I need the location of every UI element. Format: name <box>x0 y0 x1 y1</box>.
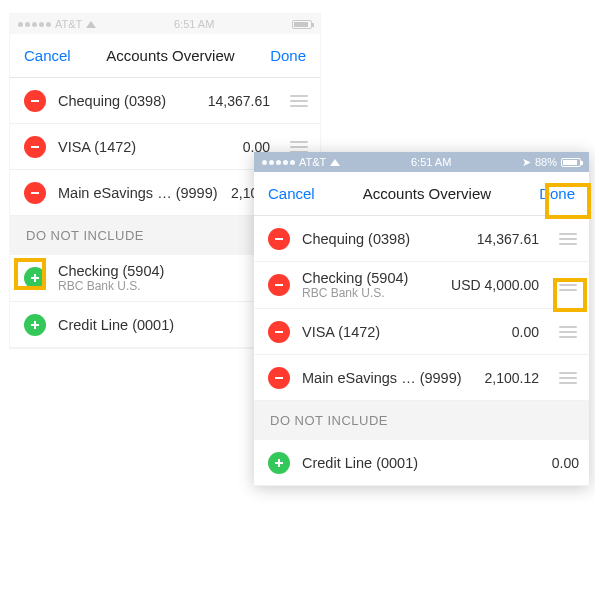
account-name: VISA (1472) <box>58 139 231 155</box>
account-name: Checking (5904) <box>302 270 439 286</box>
account-subtitle: RBC Bank U.S. <box>58 279 257 293</box>
location-icon: ➤ <box>522 156 531 169</box>
reorder-handle-icon[interactable] <box>557 279 579 291</box>
reorder-handle-icon[interactable] <box>288 95 310 107</box>
cancel-button[interactable]: Cancel <box>268 185 315 202</box>
remove-icon[interactable] <box>24 182 46 204</box>
account-row[interactable]: Chequing (0398) 14,367.61 <box>254 216 589 262</box>
account-balance: 14,367.61 <box>477 231 539 247</box>
reorder-handle-icon[interactable] <box>288 141 310 153</box>
add-icon[interactable] <box>268 452 290 474</box>
phone-screenshot-after: AT&T 6:51 AM ➤ 88% Cancel Accounts Overv… <box>254 152 589 486</box>
account-name: VISA (1472) <box>302 324 500 340</box>
remove-icon[interactable] <box>24 136 46 158</box>
account-row[interactable]: Credit Line (0001) 0.00 <box>254 440 589 486</box>
account-balance: USD 4,000.00 <box>451 277 539 293</box>
account-subtitle: RBC Bank U.S. <box>302 286 439 300</box>
account-balance: 0.00 <box>512 324 539 340</box>
reorder-handle-icon[interactable] <box>557 233 579 245</box>
account-name: Checking (5904) <box>58 263 257 279</box>
battery-icon <box>561 158 581 167</box>
account-row[interactable]: Main eSavings … (9999) 2,100.12 <box>254 355 589 401</box>
status-bar: AT&T 6:51 AM <box>10 14 320 34</box>
remove-icon[interactable] <box>268 228 290 250</box>
account-row[interactable]: Checking (5904) RBC Bank U.S. USD 4,000.… <box>254 262 589 309</box>
add-icon[interactable] <box>24 314 46 336</box>
reorder-handle-icon[interactable] <box>557 326 579 338</box>
carrier-label: AT&T <box>55 18 82 30</box>
status-bar: AT&T 6:51 AM ➤ 88% <box>254 152 589 172</box>
wifi-icon <box>86 21 96 28</box>
done-button[interactable]: Done <box>539 185 575 202</box>
cancel-button[interactable]: Cancel <box>24 47 71 64</box>
account-row[interactable]: VISA (1472) 0.00 <box>254 309 589 355</box>
wifi-icon <box>330 159 340 166</box>
remove-icon[interactable] <box>268 274 290 296</box>
remove-icon[interactable] <box>24 90 46 112</box>
clock-label: 6:51 AM <box>174 18 214 30</box>
remove-icon[interactable] <box>268 367 290 389</box>
done-button[interactable]: Done <box>270 47 306 64</box>
account-name: Credit Line (0001) <box>302 455 540 471</box>
signal-dots-icon <box>18 22 51 27</box>
account-balance: 0.00 <box>552 455 579 471</box>
account-balance: 2,100.12 <box>485 370 540 386</box>
nav-bar: Cancel Accounts Overview Done <box>254 172 589 216</box>
page-title: Accounts Overview <box>363 185 491 202</box>
reorder-handle-icon[interactable] <box>557 372 579 384</box>
nav-bar: Cancel Accounts Overview Done <box>10 34 320 78</box>
remove-icon[interactable] <box>268 321 290 343</box>
account-name: Main eSavings … (9999) <box>58 185 219 201</box>
clock-label: 6:51 AM <box>411 156 451 168</box>
account-name: Main eSavings … (9999) <box>302 370 473 386</box>
carrier-label: AT&T <box>299 156 326 168</box>
account-row[interactable]: Chequing (0398) 14,367.61 <box>10 78 320 124</box>
account-name: Chequing (0398) <box>302 231 465 247</box>
battery-icon <box>292 20 312 29</box>
section-header-exclude: DO NOT INCLUDE <box>254 401 589 440</box>
add-icon[interactable] <box>24 267 46 289</box>
page-title: Accounts Overview <box>106 47 234 64</box>
signal-dots-icon <box>262 160 295 165</box>
account-name: Chequing (0398) <box>58 93 196 109</box>
account-balance: 14,367.61 <box>208 93 270 109</box>
battery-pct-label: 88% <box>535 156 557 168</box>
